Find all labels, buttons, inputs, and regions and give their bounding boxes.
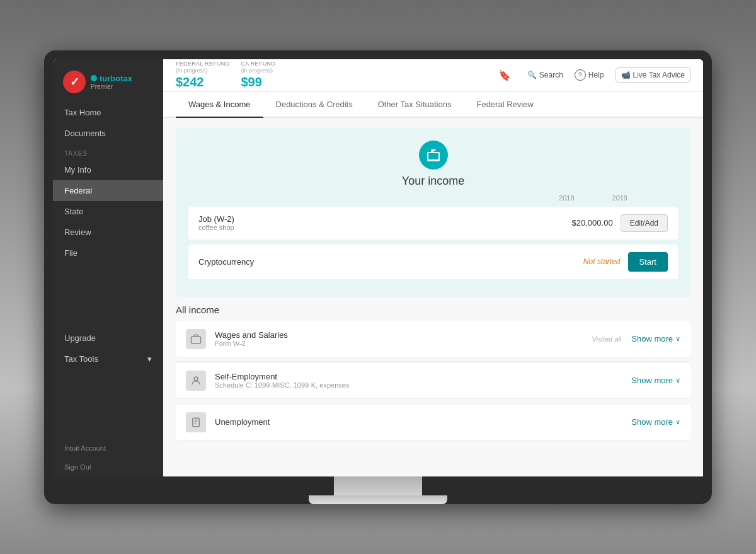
unemployment-title: Unemployment — [215, 417, 631, 427]
self-employment-show-more-button[interactable]: Show more ∨ — [631, 376, 680, 385]
year-2018-label: 2018 — [559, 194, 574, 202]
svg-point-1 — [194, 377, 198, 381]
category-row-wages: Wages and Salaries Form W-2 Visited all … — [176, 321, 690, 357]
tab-wages-income[interactable]: Wages & Income — [176, 92, 263, 118]
monitor: ✓ turbotax Premier Tax Home Documents TA… — [44, 50, 712, 504]
tabs-bar: Wages & Income Deductions & Credits Othe… — [163, 92, 703, 118]
video-icon: 📹 — [621, 71, 631, 79]
category-row-unemployment: Unemployment Show more ∨ — [176, 405, 690, 441]
wages-info: Wages and Salaries Form W-2 — [215, 330, 592, 347]
briefcase-icon — [426, 147, 441, 163]
federal-refund-amount: $242 — [176, 74, 229, 89]
live-tax-advice-button[interactable]: 📹 Live Tax Advice — [616, 67, 691, 83]
nav-bottom: Upgrade Tax Tools ▾ — [53, 328, 163, 374]
tab-federal-review[interactable]: Federal Review — [464, 92, 546, 118]
income-row-job-w2: Job (W-2) coffee shop $20,000.00 Edit/Ad… — [188, 207, 678, 239]
self-employment-title: Self-Employment — [215, 372, 621, 381]
intuit-dot — [91, 75, 97, 81]
income-row-crypto-info: Cryptocurrency — [198, 257, 583, 267]
top-bar: FEDERAL REFUND (in progress) $242 CA REF… — [163, 59, 703, 92]
bookmark-icon[interactable]: 🔖 — [498, 69, 511, 81]
nav-section-taxes: My Info Federal State Review File — [53, 159, 163, 263]
turbotax-logo-check: ✓ — [63, 71, 86, 93]
wages-title: Wages and Salaries — [215, 330, 592, 340]
turbotax-name: turbotax — [91, 74, 132, 83]
sidebar-item-federal[interactable]: Federal — [53, 180, 163, 201]
help-button[interactable]: ? Help — [575, 69, 604, 81]
federal-refund-label: FEDERAL REFUND — [176, 61, 229, 67]
job-w2-subtitle: coffee shop — [198, 224, 572, 231]
category-row-self-employment: Self-Employment Schedule C: 1099-MISC, 1… — [176, 363, 690, 399]
ca-refund-sublabel: (in progress) — [241, 67, 275, 74]
chevron-down-icon: ▾ — [147, 354, 152, 364]
sidebar-item-sign-out[interactable]: Sign Out — [53, 458, 163, 476]
tab-other-tax[interactable]: Other Tax Situations — [365, 92, 464, 118]
sidebar-item-tax-home[interactable]: Tax Home — [53, 102, 163, 123]
sidebar-item-review[interactable]: Review — [53, 222, 163, 243]
sidebar-item-documents[interactable]: Documents — [53, 123, 163, 144]
all-income-section: All income Wages and Salaries Form W-2 V… — [176, 304, 690, 441]
content-area: Your income 2018 2019 Job (W-2) coffee s… — [163, 118, 703, 476]
job-w2-title: Job (W-2) — [198, 214, 572, 224]
income-table-header: 2018 2019 — [188, 194, 678, 202]
federal-refund: FEDERAL REFUND (in progress) $242 — [176, 61, 229, 89]
wages-subtitle: Form W-2 — [215, 340, 592, 347]
sidebar-footer: Intuit Account Sign Out — [53, 439, 163, 476]
top-bar-actions: 🔖 🔍 Search ? Help 📹 Live Tax Advice — [498, 67, 690, 83]
sidebar-item-tax-tools[interactable]: Tax Tools ▾ — [53, 349, 163, 369]
taxes-section-label: TAXES — [53, 144, 163, 159]
self-employment-info: Self-Employment Schedule C: 1099-MISC, 1… — [215, 372, 621, 389]
self-employment-subtitle: Schedule C: 1099-MISC, 1099-K, expenses — [215, 381, 621, 389]
income-icon-circle — [419, 141, 448, 170]
ca-refund-amount: $99 — [241, 74, 275, 89]
tab-deductions-credits[interactable]: Deductions & Credits — [263, 92, 365, 118]
sidebar-item-my-info[interactable]: My Info — [53, 159, 163, 180]
federal-refund-sublabel: (in progress) — [176, 67, 229, 74]
unemployment-show-more-button[interactable]: Show more ∨ — [631, 417, 680, 427]
screen: ✓ turbotax Premier Tax Home Documents TA… — [53, 59, 703, 476]
help-icon: ? — [575, 69, 586, 81]
sidebar-item-upgrade[interactable]: Upgrade — [53, 328, 163, 349]
divider-2 — [176, 403, 690, 403]
sidebar: ✓ turbotax Premier Tax Home Documents TA… — [53, 59, 163, 476]
nav-section-main: Tax Home Documents — [53, 102, 163, 144]
unemployment-icon — [186, 412, 206, 432]
ca-refund-label: CA REFUND — [241, 61, 275, 67]
refund-section: FEDERAL REFUND (in progress) $242 CA REF… — [176, 61, 498, 89]
start-button[interactable]: Start — [628, 252, 668, 272]
crypto-status: Not started — [583, 257, 621, 266]
crypto-title: Cryptocurrency — [198, 257, 583, 267]
search-button[interactable]: 🔍 Search — [527, 71, 563, 79]
ca-refund: CA REFUND (in progress) $99 — [241, 61, 275, 89]
year-2019-label: 2019 — [612, 194, 627, 202]
income-row-job-info: Job (W-2) coffee shop — [198, 214, 572, 231]
monitor-base — [309, 495, 447, 504]
sidebar-item-file[interactable]: File — [53, 243, 163, 263]
svg-rect-0 — [192, 337, 201, 343]
sidebar-item-intuit-account[interactable]: Intuit Account — [53, 439, 163, 458]
chevron-down-icon: ∨ — [675, 418, 680, 426]
income-row-cryptocurrency: Cryptocurrency Not started Start — [188, 245, 678, 279]
monitor-stand — [334, 476, 422, 495]
income-title: Your income — [402, 175, 464, 188]
self-employment-icon — [186, 371, 206, 391]
turbotax-brand: turbotax Premier — [91, 74, 132, 90]
wages-icon — [186, 329, 206, 349]
turbotax-tier: Premier — [91, 83, 132, 90]
income-hero: Your income 2018 2019 Job (W-2) coffee s… — [176, 128, 690, 297]
sidebar-logo: ✓ turbotax Premier — [53, 59, 163, 102]
all-income-title: All income — [176, 304, 690, 315]
main-content: FEDERAL REFUND (in progress) $242 CA REF… — [163, 59, 703, 476]
wages-visited-label: Visited all — [592, 335, 621, 343]
unemployment-info: Unemployment — [215, 417, 631, 427]
job-w2-amount: $20,000.00 — [572, 218, 613, 228]
wages-show-more-button[interactable]: Show more ∨ — [631, 334, 680, 343]
divider-1 — [176, 361, 690, 362]
search-icon: 🔍 — [527, 71, 537, 79]
edit-add-button[interactable]: Edit/Add — [621, 214, 668, 232]
sidebar-item-state[interactable]: State — [53, 201, 163, 222]
chevron-down-icon: ∨ — [675, 335, 680, 343]
chevron-down-icon: ∨ — [675, 376, 680, 384]
